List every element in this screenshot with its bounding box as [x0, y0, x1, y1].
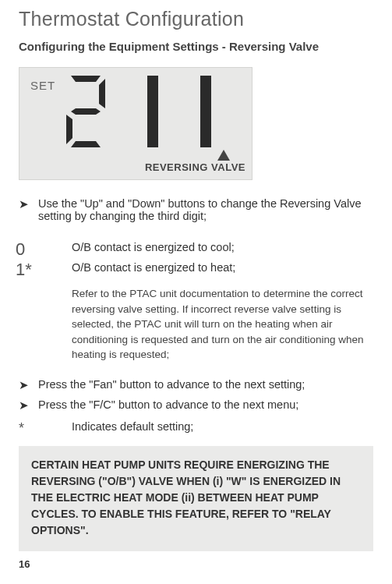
- callout-box: CERTAIN HEAT PUMP UNITS REQUIRE ENERGIZI…: [19, 446, 373, 551]
- asterisk-icon: *: [19, 420, 33, 437]
- svg-marker-2: [71, 108, 101, 115]
- option-desc: O/B contact is energized to heat;: [72, 261, 235, 278]
- default-note: Indicates default setting;: [72, 420, 193, 437]
- page-title: Thermostat Configuration: [19, 8, 373, 30]
- section-subtitle: Configuring the Equipment Settings - Rev…: [19, 40, 373, 53]
- svg-marker-6: [200, 76, 211, 147]
- lcd-digits: [66, 76, 211, 147]
- step-text: Use the "Up" and "Down" buttons to chang…: [38, 197, 373, 222]
- svg-marker-3: [66, 115, 72, 144]
- lcd-bottom-label: REVERSING VALVE: [145, 161, 245, 173]
- page-number: 16: [19, 558, 30, 570]
- svg-marker-1: [99, 79, 105, 108]
- svg-marker-0: [71, 76, 101, 82]
- step-text: Press the "F/C" button to advance to the…: [38, 398, 298, 412]
- step-text: Press the "Fan" button to advance to the…: [38, 378, 305, 392]
- svg-marker-4: [71, 141, 101, 147]
- note-text: Refer to the PTAC unit documentation to …: [72, 286, 373, 363]
- svg-marker-5: [147, 76, 158, 147]
- bullet-arrow-icon: ➤: [19, 378, 29, 392]
- bullet-arrow-icon: ➤: [19, 398, 29, 412]
- bullet-arrow-icon: ➤: [19, 197, 29, 222]
- option-desc: O/B contact is energized to cool;: [72, 241, 235, 258]
- lcd-set-label: SET: [30, 79, 55, 92]
- lcd-up-arrow-icon: [145, 150, 230, 161]
- lcd-display: SET REVERSING VALVE: [19, 67, 253, 180]
- svg-marker-7: [217, 150, 230, 161]
- option-key: 1*: [16, 261, 55, 278]
- option-key: 0: [16, 241, 55, 258]
